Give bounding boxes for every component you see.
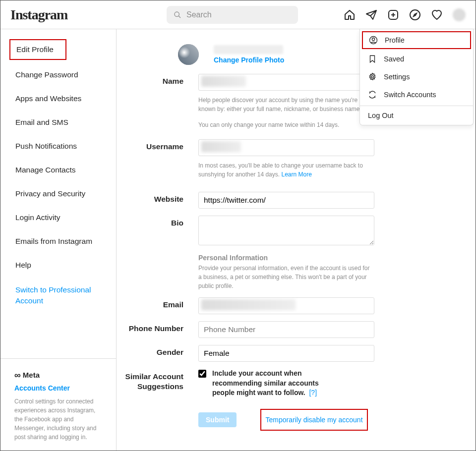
messenger-icon[interactable] [365,9,377,21]
dropdown-item-saved[interactable]: Saved [360,50,473,68]
svg-point-7 [370,37,377,44]
learn-more-link[interactable]: Learn More [281,171,311,178]
sidebar-item-push-notifications[interactable]: Push Notifications [0,134,116,158]
dropdown-label: Profile [385,36,405,44]
meta-description: Control settings for connected experienc… [14,397,102,442]
temporarily-disable-link[interactable]: Temporarily disable my account [260,409,367,431]
svg-line-1 [178,16,180,18]
website-label: Website [117,192,198,204]
sidebar-item-login-activity[interactable]: Login Activity [0,206,116,229]
personal-info-desc: Provide your personal information, even … [198,264,374,290]
profile-icon [369,36,378,45]
dropdown-item-switch[interactable]: Switch Accounts [360,86,473,104]
profile-picture[interactable] [178,44,199,65]
home-icon[interactable] [344,9,356,21]
sidebar-item-switch-professional[interactable]: Switch to Professional Account [0,277,116,314]
switch-icon [368,90,377,99]
help-link[interactable]: [?] [309,389,317,396]
svg-marker-6 [414,13,416,16]
sidebar-item-edit-profile[interactable]: Edit Profile [9,39,66,60]
sidebar-item-help[interactable]: Help [0,253,116,277]
sidebar-item-manage-contacts[interactable]: Manage Contacts [0,158,116,182]
search-placeholder: Search [186,10,212,19]
avatar[interactable] [453,8,466,21]
submit-button[interactable]: Submit [198,412,237,427]
similar-label: Similar Account Suggestions [117,369,198,392]
email-label: Email [117,297,198,309]
profile-dropdown: Profile Saved Settings Switch Accounts L… [359,29,474,125]
dropdown-item-profile[interactable]: Profile [362,31,471,49]
phone-label: Phone Number [117,321,198,333]
saved-icon [368,55,377,63]
form-actions: Submit Temporarily disable my account [198,409,456,431]
dropdown-label: Saved [384,55,404,63]
similar-accounts-text: Include your account when recommending s… [212,369,326,398]
dropdown-item-settings[interactable]: Settings [360,68,473,86]
name-label: Name [117,74,198,86]
explore-icon[interactable] [409,9,421,21]
dropdown-label: Switch Accounts [384,91,436,99]
personal-info-heading: Personal Information [198,254,374,262]
meta-logo: ∞ Meta [14,370,102,380]
svg-point-5 [410,10,420,20]
svg-point-9 [371,76,374,78]
meta-icon: ∞ [14,370,21,381]
sidebar-footer: ∞ Meta Accounts Center Control settings … [0,358,116,451]
username-label: Username [117,139,198,151]
sidebar-item-change-password[interactable]: Change Password [0,63,116,87]
settings-sidebar: Edit Profile Change Password Apps and We… [0,29,117,451]
username-help: In most cases, you'll be able to change … [198,161,374,179]
accounts-center-link[interactable]: Accounts Center [14,384,102,392]
website-input[interactable] [198,192,374,209]
username-display [214,45,283,54]
settings-icon [368,72,377,81]
sidebar-item-apps-websites[interactable]: Apps and Websites [0,87,116,111]
gender-input[interactable] [198,345,374,362]
name-help: Help people discover your account by usi… [198,96,374,113]
change-profile-photo-link[interactable]: Change Profile Photo [214,56,284,64]
bio-textarea[interactable] [198,216,374,245]
bio-label: Bio [117,216,198,227]
activity-icon[interactable] [431,9,443,21]
meta-brand: Meta [23,371,40,379]
gender-label: Gender [117,345,198,357]
dropdown-item-logout[interactable]: Log Out [360,106,473,125]
svg-point-8 [372,38,374,41]
instagram-logo[interactable]: Instagram [10,7,67,23]
sidebar-item-email-sms[interactable]: Email and SMS [0,111,116,134]
nav-icons [344,8,466,21]
phone-input[interactable] [198,321,374,338]
search-icon [174,11,181,19]
sidebar-item-emails-instagram[interactable]: Emails from Instagram [0,229,116,253]
new-post-icon[interactable] [387,9,399,21]
name-help-2: You can only change your name twice with… [198,120,374,129]
dropdown-label: Settings [384,73,410,81]
header: Instagram Search [0,0,476,29]
sidebar-item-privacy-security[interactable]: Privacy and Security [0,182,116,206]
search-input[interactable]: Search [167,6,298,24]
svg-point-0 [175,12,179,16]
similar-accounts-checkbox[interactable] [198,370,206,378]
